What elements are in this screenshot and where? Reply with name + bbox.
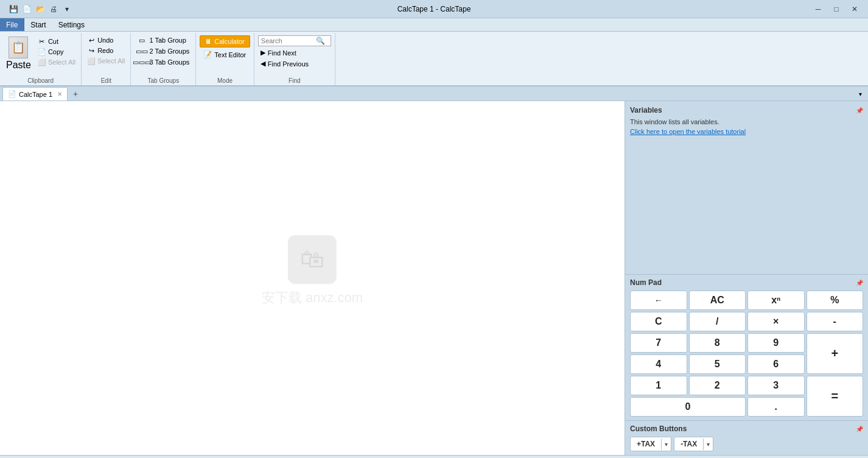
qa-dropdown-button[interactable]: ▾ (61, 3, 73, 15)
qa-print-button[interactable]: 🖨 (47, 3, 60, 15)
one-tab-group-button[interactable]: ▭ 1 Tab Group (135, 35, 188, 45)
equals-button[interactable]: = (807, 376, 864, 417)
watermark-icon: 🛍 (288, 235, 337, 284)
qa-save-button[interactable]: 💾 (7, 3, 19, 15)
find-next-button[interactable]: ▶ Find Next (258, 48, 299, 57)
select-all-icon: ⬜ (38, 58, 46, 66)
percent-button[interactable]: % (807, 291, 864, 310)
clipboard-content: 📋 Paste ✂ Cut 📄 Copy ⬜ Select All (4, 35, 77, 76)
copy-label: Copy (48, 48, 64, 55)
calculator-icon: 🖩 (205, 38, 212, 45)
variables-title: Variables (630, 106, 662, 114)
window-title: CalcTape 1 - CalcTape (397, 5, 471, 13)
custom-pin-icon[interactable]: 📌 (856, 426, 863, 432)
text-editor-mode-button[interactable]: 📝 Text Editor (200, 49, 250, 60)
tab-groups-group: ▭ 1 Tab Group ▭▭ 2 Tab Groups ▭▭▭ 3 Tab … (131, 33, 196, 85)
qa-open-button[interactable]: 📂 (34, 3, 46, 15)
eight-button[interactable]: 8 (689, 333, 746, 353)
three-button[interactable]: 3 (747, 376, 805, 395)
editor-area[interactable]: 🛍 安下载 anxz.com (0, 101, 625, 455)
minimize-button[interactable]: ─ (810, 3, 827, 15)
tab-dropdown-button[interactable]: ▾ (856, 87, 864, 100)
c-button[interactable]: C (630, 312, 687, 331)
cut-label: Cut (48, 38, 58, 45)
numpad-grid: ← AC xⁿ % C / × - 7 8 9 + 4 5 6 1 2 3 = … (630, 291, 863, 417)
variables-pin-icon[interactable]: 📌 (856, 107, 863, 114)
tab-groups-label: Tab Groups (147, 77, 179, 84)
variables-link[interactable]: Click here to open the variables tutoria… (630, 128, 863, 135)
clipboard-small-buttons: ✂ Cut 📄 Copy ⬜ Select All (36, 35, 77, 67)
mode-content: 🖩 Calculator 📝 Text Editor (200, 35, 250, 76)
custom-header: Custom Buttons 📌 (630, 425, 863, 433)
plus-tax-arrow-icon[interactable]: ▾ (661, 439, 671, 450)
new-tab-button[interactable]: + (70, 88, 81, 99)
redo-button[interactable]: ↪ Redo (85, 46, 127, 55)
multiply-button[interactable]: × (747, 312, 805, 331)
two-tab-icon: ▭▭ (137, 47, 147, 55)
qa-new-button[interactable]: 📄 (21, 3, 33, 15)
find-previous-label: Find Previous (268, 60, 309, 68)
five-button[interactable]: 5 (689, 354, 746, 374)
undo-button[interactable]: ↩ Undo (85, 35, 127, 45)
search-button[interactable]: 🔍 (316, 37, 325, 45)
tab-label: CalcTape 1 (19, 91, 52, 98)
one-tab-icon: ▭ (137, 36, 147, 44)
nine-button[interactable]: 9 (747, 333, 805, 353)
text-editor-icon: 📝 (203, 51, 212, 58)
watermark-text: 安下载 anxz.com (262, 289, 363, 307)
tab-groups-content: ▭ 1 Tab Group ▭▭ 2 Tab Groups ▭▭▭ 3 Tab … (135, 35, 192, 76)
cut-icon: ✂ (38, 37, 46, 46)
file-menu[interactable]: File (0, 18, 24, 31)
four-button[interactable]: 4 (630, 354, 687, 374)
three-tab-groups-button[interactable]: ▭▭▭ 3 Tab Groups (135, 57, 192, 67)
plus-button[interactable]: + (807, 333, 864, 374)
maximize-button[interactable]: □ (828, 3, 845, 15)
divide-button[interactable]: / (689, 312, 746, 331)
two-tab-label: 2 Tab Groups (149, 48, 189, 55)
backspace-button[interactable]: ← (630, 291, 687, 310)
edit-label: Edit (101, 77, 111, 84)
one-button[interactable]: 1 (630, 376, 687, 395)
paste-button[interactable]: 📋 Paste (4, 35, 33, 72)
settings-menu[interactable]: Settings (52, 18, 91, 31)
undo-icon: ↩ (87, 36, 96, 44)
start-menu[interactable]: Start (24, 18, 52, 31)
numpad-panel: Num Pad 📌 ← AC xⁿ % C / × - 7 8 9 + 4 5 … (625, 275, 868, 421)
select-all-button[interactable]: ⬜ Select All (36, 57, 77, 67)
redo-icon: ↪ (87, 46, 96, 55)
minus-button[interactable]: - (807, 312, 864, 331)
undo-label: Undo (97, 37, 113, 44)
tab-calctape1[interactable]: 📄 CalcTape 1 ✕ (2, 87, 68, 100)
minus-tax-button[interactable]: -TAX ▾ (674, 437, 713, 451)
quick-access-toolbar: 💾 📄 📂 🖨 ▾ (5, 3, 75, 15)
power-button[interactable]: xⁿ (747, 291, 805, 310)
two-tab-groups-button[interactable]: ▭▭ 2 Tab Groups (135, 46, 192, 56)
numpad-pin-icon[interactable]: 📌 (856, 280, 863, 286)
mode-label: Mode (217, 77, 233, 84)
calculator-mode-button[interactable]: 🖩 Calculator (200, 35, 250, 48)
six-button[interactable]: 6 (747, 354, 805, 374)
zero-button[interactable]: 0 (630, 397, 746, 417)
minus-tax-arrow-icon[interactable]: ▾ (703, 439, 713, 450)
seven-button[interactable]: 7 (630, 333, 687, 353)
minus-tax-label: -TAX (674, 437, 703, 451)
calculator-label: Calculator (214, 38, 245, 45)
edit-select-all-icon: ⬜ (87, 57, 96, 65)
copy-button[interactable]: 📄 Copy (36, 47, 77, 57)
tab-close-button[interactable]: ✕ (57, 91, 62, 97)
menu-bar: File Start Settings (0, 18, 868, 32)
close-button[interactable]: ✕ (846, 3, 863, 15)
plus-tax-button[interactable]: +TAX ▾ (630, 437, 671, 451)
custom-buttons-panel: Custom Buttons 📌 +TAX ▾ -TAX ▾ (625, 421, 868, 455)
ac-button[interactable]: AC (689, 291, 746, 310)
edit-select-all-button[interactable]: ⬜ Select All (85, 56, 127, 66)
dot-button[interactable]: . (747, 397, 805, 417)
redo-label: Redo (97, 47, 113, 54)
custom-title: Custom Buttons (630, 425, 687, 433)
search-input[interactable] (261, 37, 316, 44)
right-panel: Variables 📌 This window lists all variab… (625, 101, 868, 455)
cut-button[interactable]: ✂ Cut (36, 37, 77, 46)
find-previous-button[interactable]: ◀ Find Previous (258, 59, 311, 68)
mode-group: 🖩 Calculator 📝 Text Editor Mode (196, 33, 254, 85)
two-button[interactable]: 2 (689, 376, 746, 395)
